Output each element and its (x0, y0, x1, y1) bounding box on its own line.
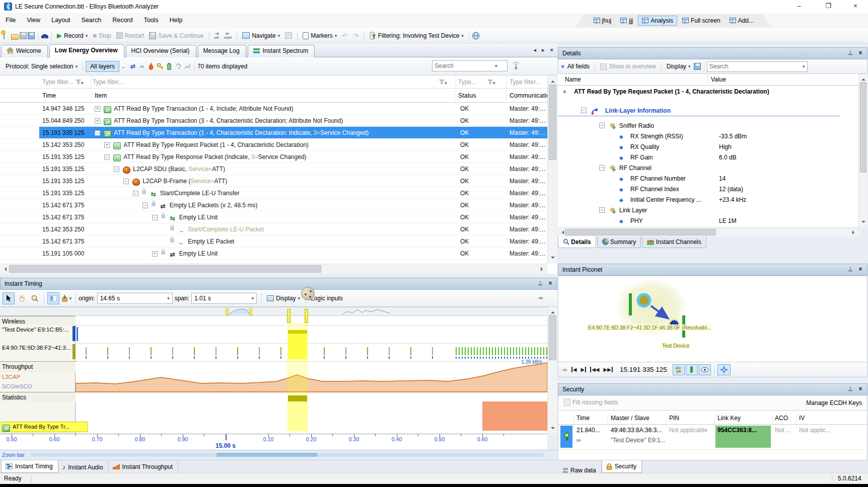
overview-search-input[interactable] (435, 62, 495, 69)
timing-lane-item[interactable]: "Test Device" E9:1C:B5:... (0, 325, 76, 343)
tree-expander-icon[interactable]: − (599, 207, 605, 213)
expand-collapse-icon[interactable]: » (559, 90, 570, 94)
marker-drop-icon[interactable]: ▾ (60, 292, 73, 304)
timing-plot[interactable]: 1.26 kB/s (76, 316, 547, 434)
step-forward-icon[interactable]: ▶ (581, 367, 586, 372)
open-file-icon[interactable] (11, 32, 19, 40)
table-row[interactable]: 15.142 671 375 − ⇄Empty LE Packets (x 2,… (0, 199, 547, 211)
tools-icon[interactable] (183, 62, 192, 71)
security-col-iv[interactable]: IV (799, 415, 805, 422)
expander-icon[interactable]: − (133, 191, 138, 196)
security-col-pin[interactable]: PIN (669, 415, 679, 422)
details-search-input[interactable] (709, 63, 795, 70)
fast-forward-icon[interactable]: ▶▶ (604, 367, 613, 372)
tree-group-row[interactable]: − Link Layer (558, 205, 858, 216)
tree-group-row[interactable]: − RF Channel (558, 163, 858, 174)
table-row[interactable]: 15.191 335 125 − ⇄ATT Read By Type Trans… (0, 127, 547, 139)
navigate-button[interactable]: Navigate▾ (240, 31, 282, 40)
save-as-icon[interactable] (27, 32, 35, 40)
stop-button[interactable]: ■Stop (90, 31, 114, 41)
save-icon[interactable] (19, 32, 27, 40)
details-vscrollbar[interactable] (858, 74, 867, 227)
details-search-caret[interactable]: ▾ (803, 64, 805, 69)
layout-button-jhuj[interactable]: jhuj (590, 16, 616, 26)
status-filter-input[interactable]: Type... (458, 75, 476, 89)
tree-field-row[interactable]: ◆ Initial Center Frequency ... +23.4 kHz (558, 195, 858, 205)
tree-field-row[interactable]: ◆ RX Quality High (558, 142, 858, 152)
next-arrow-icon[interactable]: ⇄ (128, 62, 137, 71)
span-combo[interactable]: 1.01 s▾ (191, 293, 257, 304)
expander-icon[interactable]: + (104, 142, 110, 148)
selected-packet-flag[interactable]: ⇄ATT Read By Type Tr... (1, 422, 88, 432)
menu-help[interactable]: Help (164, 13, 188, 28)
zoom-bar[interactable]: Zoom bar (0, 450, 557, 460)
key-icon[interactable] (156, 62, 165, 71)
prev-arrow-icon[interactable]: ← (119, 62, 128, 71)
details-tab-summary[interactable]: Summary (597, 236, 641, 248)
all-layers-button[interactable]: All layers (86, 61, 119, 72)
table-row[interactable]: 15.191 335 125 − ←ATT Read By Type Respo… (0, 151, 547, 163)
menu-file[interactable]: File (0, 13, 21, 28)
select-tool-icon[interactable] (3, 292, 15, 304)
details-tab-instant-channels[interactable]: Instant Channels (642, 236, 706, 248)
menu-search[interactable]: Search (76, 13, 107, 28)
tree-field-row[interactable]: ◆ PHY LE 1M (558, 216, 858, 226)
security-col-time[interactable]: Time (576, 415, 590, 422)
globe-icon[interactable] (472, 32, 480, 40)
tree-field-row[interactable]: ◆ RF Channel Index 12 (data) (558, 184, 858, 195)
timing-pin-icon[interactable]: ⊥ (536, 280, 545, 287)
timing-lane-item[interactable]: SCO/eSCO (0, 382, 76, 392)
security-row[interactable]: 21.840... ∞ 49:46:33:8A:36:3... "Test De… (558, 425, 867, 450)
restart-button[interactable]: Restart (114, 31, 147, 40)
markers-button[interactable]: Markers▾ (300, 31, 339, 40)
zoom-bar-thumb[interactable] (216, 453, 317, 457)
tab-instant-spectrum[interactable]: Instant Spectrum (248, 45, 315, 57)
expander-icon[interactable]: − (123, 179, 129, 184)
tree-section-row[interactable]: − Link-Layer Information (558, 106, 840, 116)
expander-icon[interactable]: + (95, 106, 100, 112)
bottom-tab-instant-audio[interactable]: ♪Instant Audio (58, 461, 109, 473)
fill-missing-button[interactable]: Fill missing fields (561, 397, 621, 407)
minimize-button[interactable]: – (790, 1, 808, 11)
timing-lane-item[interactable]: L2CAP (0, 372, 76, 382)
send-to-icon[interactable] (282, 31, 295, 40)
security-link-key-cell[interactable]: 954CC363:8... (715, 426, 771, 448)
expander-icon[interactable]: − (104, 154, 110, 160)
table-row[interactable]: 15.191 105 000 + ⇄Empty LE Unit OK Maste… (0, 248, 547, 260)
tab-close-icon[interactable]: × (550, 47, 553, 53)
tree-field-row[interactable]: ◆ RF Channel Number 14 (558, 174, 858, 184)
table-row[interactable]: 15.191 335 125 − ←L2CAP B-Frame (Service… (0, 175, 547, 187)
show-activity-button[interactable] (686, 364, 698, 375)
table-row[interactable]: 15.142 353 250 + →ATT Read By Type Reque… (0, 139, 547, 151)
tab-welcome[interactable]: Welcome (1, 45, 48, 57)
col-time[interactable]: Time (42, 92, 56, 99)
security-pin-icon[interactable]: ⊥ (846, 385, 855, 392)
table-vscrollbar[interactable] (547, 75, 557, 264)
timing-display-button[interactable]: Display▾ (264, 294, 303, 303)
back-icon[interactable]: ↶ (339, 31, 350, 41)
table-row[interactable]: 15.191 335 125 − ⇆Start/Complete LE-U Tr… (0, 187, 547, 199)
audio-listen-icon[interactable] (174, 62, 183, 71)
layout-button-add[interactable]: Add... (726, 16, 758, 26)
close-button[interactable]: × (847, 1, 864, 11)
tree-expander-icon[interactable]: − (599, 165, 605, 171)
tab-message-log[interactable]: Message Log (198, 45, 246, 57)
security-col-master-slave[interactable]: Master / Slave (611, 415, 649, 422)
reset-marker-button[interactable]: ⇤reset (222, 31, 235, 41)
all-fields-button[interactable]: All fields (565, 62, 593, 71)
expander-icon[interactable]: − (152, 215, 158, 220)
tab-low-energy-overview[interactable]: Low Energy Overview (49, 44, 124, 57)
fit-view-button[interactable] (717, 364, 731, 375)
table-row[interactable]: 15.044 849 250 + ⇄ATT Read By Type Trans… (0, 115, 547, 127)
visibility-button[interactable] (699, 364, 711, 375)
details-hscrollbar[interactable] (558, 227, 858, 236)
details-export-icon[interactable] (693, 62, 701, 70)
tree-field-row[interactable]: ◆ RF Gain 6.0 dB (558, 152, 858, 163)
zoom-tool-icon[interactable] (29, 292, 41, 304)
step-back-icon[interactable]: ◀ (571, 367, 577, 372)
item-filter-input[interactable]: Type filter... (93, 75, 123, 89)
show-in-overview-button[interactable]: Show in overview (598, 62, 658, 71)
item-funnel-icon[interactable]: ▾ (439, 79, 447, 86)
bottom-tab-security[interactable]: Security (602, 460, 642, 473)
col-status[interactable]: Status (458, 92, 476, 99)
